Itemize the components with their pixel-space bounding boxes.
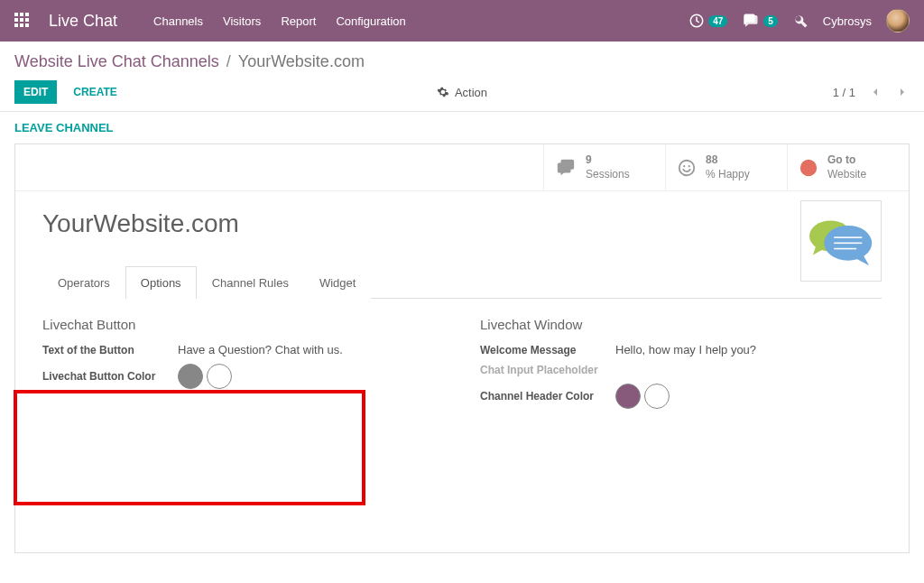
value-text-of-button: Have a Question? Chat with us. — [178, 343, 343, 356]
channel-image[interactable] — [800, 200, 882, 282]
app-brand: Live Chat — [49, 12, 117, 31]
comments-icon — [555, 158, 577, 178]
field-text-of-button: Text of the Button Have a Question? Chat… — [42, 343, 444, 356]
sheet-wrap: 9 Sessions 88 % Happy Go to Website — [0, 143, 924, 571]
create-button[interactable]: CREATE — [64, 80, 125, 104]
breadcrumb-root[interactable]: Website Live Chat Channels — [14, 52, 219, 71]
control-bar: Website Live Chat Channels / YourWebsite… — [0, 42, 924, 71]
leave-channel-button[interactable]: LEAVE CHANNEL — [14, 121, 114, 134]
field-button-color: Livechat Button Color — [42, 364, 444, 389]
label-welcome-message: Welcome Message — [480, 344, 615, 356]
section-livechat-window: Livechat Window — [480, 317, 882, 332]
svg-point-2 — [683, 165, 685, 167]
nav-configuration[interactable]: Configuration — [336, 14, 405, 28]
tab-operators[interactable]: Operators — [42, 266, 125, 299]
label-chat-input-placeholder: Chat Input Placeholder — [480, 364, 615, 376]
swatch-button-gray[interactable] — [178, 364, 203, 389]
swatch-button-white[interactable] — [207, 364, 232, 389]
tab-channel-rules[interactable]: Channel Rules — [197, 266, 304, 299]
apps-icon[interactable] — [14, 13, 31, 29]
page-title: YourWebsite.com — [42, 209, 882, 238]
avatar[interactable] — [886, 9, 910, 32]
stat-website[interactable]: Go to Website — [787, 144, 909, 190]
timer-tray[interactable]: 47 — [688, 13, 727, 29]
col-livechat-window: Livechat Window Welcome Message Hello, h… — [480, 317, 882, 416]
pager: 1 / 1 — [833, 85, 910, 99]
field-chat-input-placeholder: Chat Input Placeholder — [480, 364, 882, 376]
stat-left-spacer — [15, 144, 543, 190]
label-text-of-button: Text of the Button — [42, 344, 178, 356]
swatch-header-purple[interactable] — [615, 384, 641, 409]
header-color-swatches — [615, 384, 670, 409]
field-welcome-message: Welcome Message Hello, how may I help yo… — [480, 343, 882, 356]
tab-content-options: Livechat Button Text of the Button Have … — [42, 299, 882, 434]
svg-point-3 — [688, 165, 690, 167]
clock-icon — [688, 13, 705, 29]
stat-website-bottom: Website — [827, 168, 866, 180]
stat-happy-count: 88 — [706, 153, 717, 166]
svg-point-1 — [679, 160, 695, 175]
chat-bubbles-icon — [805, 209, 877, 273]
nav-visitors[interactable]: Visitors — [223, 14, 261, 28]
stat-happy-text: 88 % Happy — [706, 153, 750, 181]
action-dropdown[interactable]: Action — [437, 86, 487, 99]
nav-report[interactable]: Report — [281, 14, 316, 28]
stat-bar: 9 Sessions 88 % Happy Go to Website — [15, 144, 909, 191]
pager-text: 1 / 1 — [833, 86, 855, 99]
stat-sessions-label: Sessions — [586, 168, 630, 180]
nav-links: Channels Visitors Report Configuration — [153, 14, 406, 28]
smile-icon — [677, 158, 697, 178]
stat-sessions[interactable]: 9 Sessions — [543, 144, 665, 190]
breadcrumb: Website Live Chat Channels / YourWebsite… — [14, 52, 910, 71]
tab-options[interactable]: Options — [125, 266, 197, 299]
label-button-color: Livechat Button Color — [42, 370, 178, 383]
stat-website-top: Go to — [827, 153, 855, 166]
stat-happy-label: % Happy — [706, 168, 750, 180]
chevron-left-icon[interactable] — [868, 85, 882, 99]
field-header-color: Channel Header Color — [480, 384, 882, 409]
action-label: Action — [455, 86, 487, 99]
col-livechat-button: Livechat Button Text of the Button Have … — [42, 317, 444, 416]
username[interactable]: Cybrosys — [823, 14, 872, 28]
edit-button[interactable]: EDIT — [14, 80, 57, 104]
value-welcome-message: Hello, how may I help you? — [615, 343, 756, 356]
swatch-header-white[interactable] — [644, 384, 670, 409]
gear-icon — [437, 86, 449, 98]
messages-badge: 5 — [763, 15, 778, 27]
tabs: Operators Options Channel Rules Widget — [42, 265, 882, 299]
chevron-right-icon[interactable] — [895, 85, 910, 99]
heart-icon — [799, 158, 818, 178]
stat-website-text: Go to Website — [827, 153, 866, 181]
chat-icon — [742, 13, 760, 29]
stat-sessions-count: 9 — [586, 153, 592, 166]
form-sheet: 9 Sessions 88 % Happy Go to Website — [14, 143, 910, 553]
tab-widget[interactable]: Widget — [304, 266, 371, 299]
leave-row: LEAVE CHANNEL — [0, 112, 924, 143]
breadcrumb-current: YourWebsite.com — [238, 52, 365, 71]
messages-tray[interactable]: 5 — [742, 13, 778, 29]
breadcrumb-sep: / — [226, 52, 231, 71]
sheet-body: YourWebsite.com Operators Options Channe… — [15, 191, 909, 552]
tools-icon[interactable] — [792, 13, 808, 29]
nav-right: 47 5 Cybrosys — [688, 9, 910, 32]
top-navbar: Live Chat Channels Visitors Report Confi… — [0, 0, 924, 42]
timer-badge: 47 — [708, 15, 727, 27]
button-color-swatches — [178, 364, 232, 389]
label-header-color: Channel Header Color — [480, 390, 615, 403]
nav-channels[interactable]: Channels — [153, 14, 203, 28]
stat-sessions-text: 9 Sessions — [586, 153, 630, 181]
stat-happy[interactable]: 88 % Happy — [665, 144, 787, 190]
section-livechat-button: Livechat Button — [42, 317, 444, 332]
action-row: EDIT CREATE Action 1 / 1 — [0, 80, 924, 112]
